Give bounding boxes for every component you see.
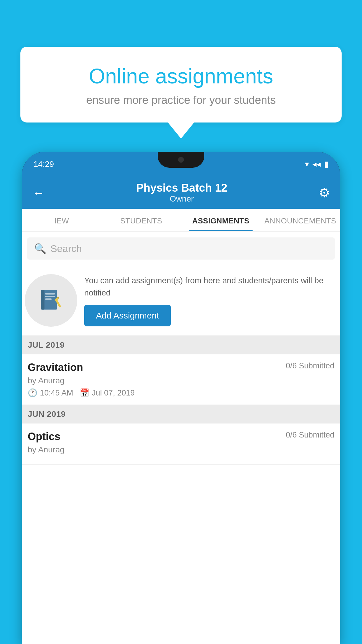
speech-bubble-title: Online assignments bbox=[41, 64, 321, 88]
notebook-icon bbox=[38, 287, 64, 314]
assignment-by-gravitation: by Anurag bbox=[28, 376, 334, 385]
assignment-meta-gravitation: 🕐 10:45 AM 📅 Jul 07, 2019 bbox=[28, 388, 334, 398]
status-time: 14:29 bbox=[34, 160, 54, 169]
phone-frame: 14:29 ▾ ◂◂ ▮ ← Physics Batch 12 Owner ⚙ … bbox=[22, 152, 340, 644]
assignment-item-optics[interactable]: Optics 0/6 Submitted by Anurag bbox=[22, 424, 340, 465]
camera-dot bbox=[178, 157, 184, 163]
search-placeholder: Search bbox=[50, 243, 82, 254]
batch-title: Physics Batch 12 bbox=[136, 182, 227, 194]
empty-state: You can add assignment(s) from here and … bbox=[22, 265, 340, 336]
submitted-badge-gravitation: 0/6 Submitted bbox=[286, 361, 334, 370]
svg-rect-4 bbox=[45, 298, 52, 300]
tab-announcements[interactable]: ANNOUNCEMENTS bbox=[261, 209, 340, 231]
empty-state-text: You can add assignment(s) from here and … bbox=[84, 274, 334, 299]
assignment-title-optics: Optics bbox=[28, 430, 60, 443]
clock-icon: 🕐 bbox=[28, 388, 38, 398]
status-bar: 14:29 ▾ ◂◂ ▮ bbox=[22, 152, 340, 176]
month-header-jun: JUN 2019 bbox=[22, 405, 340, 424]
tab-iew[interactable]: IEW bbox=[22, 209, 101, 231]
phone-notch bbox=[158, 152, 204, 168]
svg-rect-3 bbox=[45, 296, 55, 297]
assignment-date-gravitation: 📅 Jul 07, 2019 bbox=[80, 388, 135, 398]
calendar-icon: 📅 bbox=[80, 388, 89, 398]
assignment-time-text: 10:45 AM bbox=[40, 388, 73, 398]
assignment-time-gravitation: 🕐 10:45 AM bbox=[28, 388, 73, 398]
add-assignment-button[interactable]: Add Assignment bbox=[84, 305, 171, 326]
month-header-jul: JUL 2019 bbox=[22, 336, 340, 354]
phone-screen: IEW STUDENTS ASSIGNMENTS ANNOUNCEMENTS 🔍… bbox=[22, 209, 340, 644]
speech-bubble-subtitle: ensure more practice for your students bbox=[41, 94, 321, 106]
assignment-row1: Gravitation 0/6 Submitted bbox=[28, 361, 334, 374]
speech-bubble-container: Online assignments ensure more practice … bbox=[20, 47, 342, 139]
tab-students[interactable]: STUDENTS bbox=[101, 209, 181, 231]
empty-state-right: You can add assignment(s) from here and … bbox=[84, 274, 334, 326]
search-container: 🔍 Search bbox=[22, 232, 340, 265]
submitted-badge-optics: 0/6 Submitted bbox=[286, 430, 334, 440]
search-bar[interactable]: 🔍 Search bbox=[27, 237, 335, 260]
batch-subtitle: Owner bbox=[136, 194, 227, 204]
assignment-date-text: Jul 07, 2019 bbox=[92, 388, 135, 398]
svg-rect-2 bbox=[45, 293, 55, 295]
search-icon: 🔍 bbox=[34, 243, 46, 254]
battery-icon: ▮ bbox=[324, 159, 328, 169]
app-header: ← Physics Batch 12 Owner ⚙ bbox=[22, 176, 340, 209]
signal-icon: ◂◂ bbox=[312, 159, 321, 169]
tab-assignments[interactable]: ASSIGNMENTS bbox=[181, 209, 261, 231]
settings-icon[interactable]: ⚙ bbox=[319, 185, 330, 200]
speech-bubble-tail bbox=[168, 123, 194, 139]
status-icons: ▾ ◂◂ ▮ bbox=[305, 159, 328, 169]
assignment-row1-optics: Optics 0/6 Submitted bbox=[28, 430, 334, 443]
svg-rect-1 bbox=[41, 290, 44, 310]
notebook-icon-circle bbox=[25, 274, 77, 327]
tabs-bar: IEW STUDENTS ASSIGNMENTS ANNOUNCEMENTS bbox=[22, 209, 340, 232]
header-title-area: Physics Batch 12 Owner bbox=[136, 182, 227, 204]
assignment-title-gravitation: Gravitation bbox=[28, 361, 83, 374]
assignment-by-optics: by Anurag bbox=[28, 445, 334, 454]
back-button[interactable]: ← bbox=[32, 186, 45, 200]
speech-bubble: Online assignments ensure more practice … bbox=[20, 47, 342, 123]
assignment-item-gravitation[interactable]: Gravitation 0/6 Submitted by Anurag 🕐 10… bbox=[22, 354, 340, 405]
wifi-icon: ▾ bbox=[305, 159, 309, 169]
